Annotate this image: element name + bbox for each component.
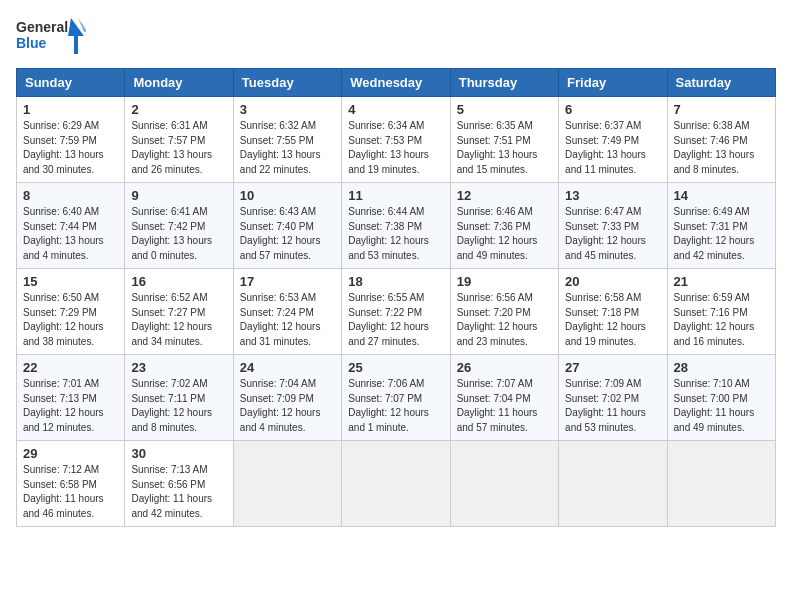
weekday-header-tuesday: Tuesday bbox=[233, 69, 341, 97]
calendar-cell: 22Sunrise: 7:01 AMSunset: 7:13 PMDayligh… bbox=[17, 355, 125, 441]
day-detail: Sunrise: 6:52 AMSunset: 7:27 PMDaylight:… bbox=[131, 291, 226, 349]
day-number: 3 bbox=[240, 102, 335, 117]
calendar-cell: 23Sunrise: 7:02 AMSunset: 7:11 PMDayligh… bbox=[125, 355, 233, 441]
calendar-cell: 26Sunrise: 7:07 AMSunset: 7:04 PMDayligh… bbox=[450, 355, 558, 441]
day-detail: Sunrise: 7:07 AMSunset: 7:04 PMDaylight:… bbox=[457, 377, 552, 435]
day-number: 4 bbox=[348, 102, 443, 117]
day-detail: Sunrise: 6:38 AMSunset: 7:46 PMDaylight:… bbox=[674, 119, 769, 177]
calendar-cell bbox=[559, 441, 667, 527]
calendar-cell: 5Sunrise: 6:35 AMSunset: 7:51 PMDaylight… bbox=[450, 97, 558, 183]
day-detail: Sunrise: 7:12 AMSunset: 6:58 PMDaylight:… bbox=[23, 463, 118, 521]
calendar-cell bbox=[450, 441, 558, 527]
weekday-header-wednesday: Wednesday bbox=[342, 69, 450, 97]
day-number: 24 bbox=[240, 360, 335, 375]
weekday-header-thursday: Thursday bbox=[450, 69, 558, 97]
day-number: 11 bbox=[348, 188, 443, 203]
calendar-week-row: 22Sunrise: 7:01 AMSunset: 7:13 PMDayligh… bbox=[17, 355, 776, 441]
page-header: General Blue bbox=[16, 16, 776, 58]
calendar-cell: 17Sunrise: 6:53 AMSunset: 7:24 PMDayligh… bbox=[233, 269, 341, 355]
day-detail: Sunrise: 6:58 AMSunset: 7:18 PMDaylight:… bbox=[565, 291, 660, 349]
day-detail: Sunrise: 6:35 AMSunset: 7:51 PMDaylight:… bbox=[457, 119, 552, 177]
day-detail: Sunrise: 7:09 AMSunset: 7:02 PMDaylight:… bbox=[565, 377, 660, 435]
calendar-cell: 6Sunrise: 6:37 AMSunset: 7:49 PMDaylight… bbox=[559, 97, 667, 183]
calendar-cell: 2Sunrise: 6:31 AMSunset: 7:57 PMDaylight… bbox=[125, 97, 233, 183]
calendar-week-row: 8Sunrise: 6:40 AMSunset: 7:44 PMDaylight… bbox=[17, 183, 776, 269]
calendar-cell: 30Sunrise: 7:13 AMSunset: 6:56 PMDayligh… bbox=[125, 441, 233, 527]
day-number: 16 bbox=[131, 274, 226, 289]
day-number: 22 bbox=[23, 360, 118, 375]
calendar-cell: 25Sunrise: 7:06 AMSunset: 7:07 PMDayligh… bbox=[342, 355, 450, 441]
calendar-cell: 4Sunrise: 6:34 AMSunset: 7:53 PMDaylight… bbox=[342, 97, 450, 183]
weekday-header-row: SundayMondayTuesdayWednesdayThursdayFrid… bbox=[17, 69, 776, 97]
day-detail: Sunrise: 7:04 AMSunset: 7:09 PMDaylight:… bbox=[240, 377, 335, 435]
day-number: 21 bbox=[674, 274, 769, 289]
day-detail: Sunrise: 6:56 AMSunset: 7:20 PMDaylight:… bbox=[457, 291, 552, 349]
calendar-cell: 15Sunrise: 6:50 AMSunset: 7:29 PMDayligh… bbox=[17, 269, 125, 355]
day-detail: Sunrise: 7:13 AMSunset: 6:56 PMDaylight:… bbox=[131, 463, 226, 521]
day-detail: Sunrise: 6:31 AMSunset: 7:57 PMDaylight:… bbox=[131, 119, 226, 177]
day-number: 5 bbox=[457, 102, 552, 117]
calendar-cell: 1Sunrise: 6:29 AMSunset: 7:59 PMDaylight… bbox=[17, 97, 125, 183]
calendar-cell bbox=[342, 441, 450, 527]
day-number: 1 bbox=[23, 102, 118, 117]
day-number: 12 bbox=[457, 188, 552, 203]
svg-text:Blue: Blue bbox=[16, 35, 47, 51]
day-number: 8 bbox=[23, 188, 118, 203]
day-detail: Sunrise: 6:44 AMSunset: 7:38 PMDaylight:… bbox=[348, 205, 443, 263]
day-detail: Sunrise: 6:47 AMSunset: 7:33 PMDaylight:… bbox=[565, 205, 660, 263]
day-number: 23 bbox=[131, 360, 226, 375]
calendar-cell: 27Sunrise: 7:09 AMSunset: 7:02 PMDayligh… bbox=[559, 355, 667, 441]
day-number: 13 bbox=[565, 188, 660, 203]
day-number: 2 bbox=[131, 102, 226, 117]
weekday-header-monday: Monday bbox=[125, 69, 233, 97]
day-detail: Sunrise: 6:40 AMSunset: 7:44 PMDaylight:… bbox=[23, 205, 118, 263]
calendar-cell: 12Sunrise: 6:46 AMSunset: 7:36 PMDayligh… bbox=[450, 183, 558, 269]
calendar-cell: 3Sunrise: 6:32 AMSunset: 7:55 PMDaylight… bbox=[233, 97, 341, 183]
weekday-header-saturday: Saturday bbox=[667, 69, 775, 97]
weekday-header-sunday: Sunday bbox=[17, 69, 125, 97]
calendar-cell: 13Sunrise: 6:47 AMSunset: 7:33 PMDayligh… bbox=[559, 183, 667, 269]
calendar-cell: 8Sunrise: 6:40 AMSunset: 7:44 PMDaylight… bbox=[17, 183, 125, 269]
day-detail: Sunrise: 7:10 AMSunset: 7:00 PMDaylight:… bbox=[674, 377, 769, 435]
day-number: 27 bbox=[565, 360, 660, 375]
logo-svg: General Blue bbox=[16, 16, 86, 58]
day-detail: Sunrise: 6:43 AMSunset: 7:40 PMDaylight:… bbox=[240, 205, 335, 263]
day-number: 19 bbox=[457, 274, 552, 289]
day-number: 7 bbox=[674, 102, 769, 117]
calendar-cell: 11Sunrise: 6:44 AMSunset: 7:38 PMDayligh… bbox=[342, 183, 450, 269]
day-detail: Sunrise: 6:55 AMSunset: 7:22 PMDaylight:… bbox=[348, 291, 443, 349]
calendar-week-row: 29Sunrise: 7:12 AMSunset: 6:58 PMDayligh… bbox=[17, 441, 776, 527]
day-detail: Sunrise: 6:53 AMSunset: 7:24 PMDaylight:… bbox=[240, 291, 335, 349]
day-number: 17 bbox=[240, 274, 335, 289]
day-number: 25 bbox=[348, 360, 443, 375]
day-detail: Sunrise: 6:50 AMSunset: 7:29 PMDaylight:… bbox=[23, 291, 118, 349]
calendar-cell: 18Sunrise: 6:55 AMSunset: 7:22 PMDayligh… bbox=[342, 269, 450, 355]
calendar-cell: 10Sunrise: 6:43 AMSunset: 7:40 PMDayligh… bbox=[233, 183, 341, 269]
day-detail: Sunrise: 6:49 AMSunset: 7:31 PMDaylight:… bbox=[674, 205, 769, 263]
calendar-cell: 16Sunrise: 6:52 AMSunset: 7:27 PMDayligh… bbox=[125, 269, 233, 355]
calendar-table: SundayMondayTuesdayWednesdayThursdayFrid… bbox=[16, 68, 776, 527]
calendar-cell: 21Sunrise: 6:59 AMSunset: 7:16 PMDayligh… bbox=[667, 269, 775, 355]
calendar-cell bbox=[667, 441, 775, 527]
day-number: 9 bbox=[131, 188, 226, 203]
day-detail: Sunrise: 7:06 AMSunset: 7:07 PMDaylight:… bbox=[348, 377, 443, 435]
calendar-week-row: 1Sunrise: 6:29 AMSunset: 7:59 PMDaylight… bbox=[17, 97, 776, 183]
weekday-header-friday: Friday bbox=[559, 69, 667, 97]
svg-text:General: General bbox=[16, 19, 68, 35]
day-detail: Sunrise: 7:02 AMSunset: 7:11 PMDaylight:… bbox=[131, 377, 226, 435]
day-number: 6 bbox=[565, 102, 660, 117]
calendar-cell: 29Sunrise: 7:12 AMSunset: 6:58 PMDayligh… bbox=[17, 441, 125, 527]
day-number: 20 bbox=[565, 274, 660, 289]
day-detail: Sunrise: 6:29 AMSunset: 7:59 PMDaylight:… bbox=[23, 119, 118, 177]
calendar-cell: 24Sunrise: 7:04 AMSunset: 7:09 PMDayligh… bbox=[233, 355, 341, 441]
day-number: 10 bbox=[240, 188, 335, 203]
day-detail: Sunrise: 6:34 AMSunset: 7:53 PMDaylight:… bbox=[348, 119, 443, 177]
logo: General Blue bbox=[16, 16, 86, 58]
calendar-cell: 28Sunrise: 7:10 AMSunset: 7:00 PMDayligh… bbox=[667, 355, 775, 441]
calendar-cell: 19Sunrise: 6:56 AMSunset: 7:20 PMDayligh… bbox=[450, 269, 558, 355]
calendar-cell: 9Sunrise: 6:41 AMSunset: 7:42 PMDaylight… bbox=[125, 183, 233, 269]
day-number: 29 bbox=[23, 446, 118, 461]
day-detail: Sunrise: 6:37 AMSunset: 7:49 PMDaylight:… bbox=[565, 119, 660, 177]
calendar-cell: 20Sunrise: 6:58 AMSunset: 7:18 PMDayligh… bbox=[559, 269, 667, 355]
day-detail: Sunrise: 6:41 AMSunset: 7:42 PMDaylight:… bbox=[131, 205, 226, 263]
